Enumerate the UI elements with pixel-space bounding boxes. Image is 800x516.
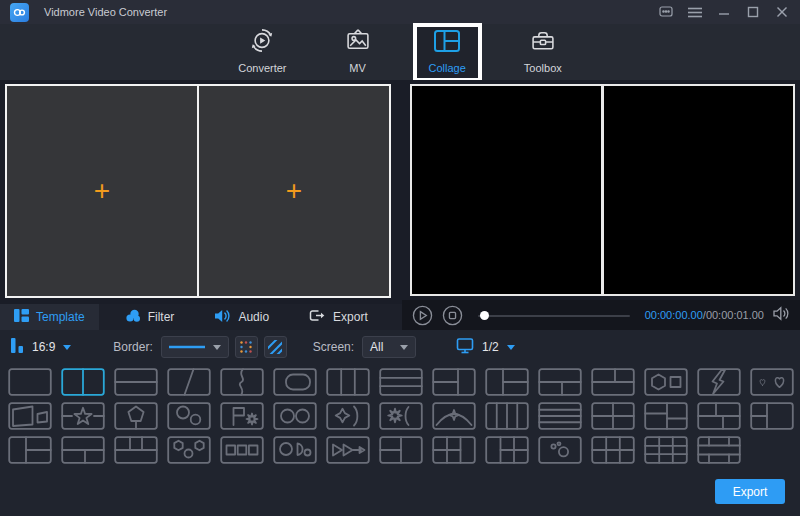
tab-filter[interactable]: Filter (111, 304, 189, 330)
template-stagger-v[interactable] (644, 402, 688, 430)
template-leftcol-right2[interactable] (8, 436, 52, 464)
template-circles2[interactable] (273, 402, 317, 430)
nav-label-mv: MV (349, 62, 366, 74)
template-rows4[interactable] (538, 402, 582, 430)
tab-label-template: Template (36, 310, 85, 324)
template-gridleft-rightcol[interactable] (432, 436, 476, 464)
nav-label-toolbox: Toolbox (524, 62, 562, 74)
border-label: Border: (113, 340, 152, 354)
border-style-dropdown[interactable] (161, 336, 229, 358)
template-clover-bracket[interactable] (326, 402, 370, 430)
total-time: 00:00:01.00 (706, 309, 764, 321)
template-dots[interactable] (538, 436, 582, 464)
template-flag-gear[interactable] (220, 402, 264, 430)
template-leftcol-right2[interactable] (485, 368, 529, 396)
export-button[interactable]: Export (715, 479, 785, 504)
template-frame-center[interactable] (697, 436, 741, 464)
template-cols4[interactable] (485, 402, 529, 430)
template-shapes3-diag[interactable] (167, 436, 211, 464)
nav-item-mv[interactable]: MV (329, 22, 387, 82)
preview-cell-2 (601, 86, 793, 294)
template-top-bottom2[interactable] (61, 436, 105, 464)
nav-item-converter[interactable]: Converter (222, 22, 302, 82)
chevron-down-icon (63, 345, 71, 350)
menu-icon[interactable] (685, 3, 705, 21)
tab-label-audio: Audio (238, 310, 269, 324)
template-panel: 16:9 Border: Screen: All (0, 330, 800, 516)
close-button[interactable] (772, 3, 792, 21)
filter-icon (125, 309, 141, 326)
template-row (8, 436, 800, 464)
add-video-plus-icon: + (94, 177, 110, 205)
audio-icon (214, 309, 231, 326)
screen-dropdown[interactable]: All (362, 336, 416, 358)
template-left2-rightcol[interactable] (432, 368, 476, 396)
template-top2-bottom[interactable] (591, 368, 635, 396)
toolbox-icon (530, 28, 556, 57)
template-left2-rightcol-md[interactable] (379, 436, 423, 464)
play-button[interactable] (412, 305, 433, 326)
collage-cell-1[interactable]: + (7, 86, 197, 296)
nav-item-toolbox[interactable]: Toolbox (508, 22, 578, 82)
screen-monitor-icon (456, 337, 474, 357)
template-curve[interactable] (220, 368, 264, 396)
add-video-plus-icon: + (286, 177, 302, 205)
template-top3-bottom[interactable] (114, 436, 158, 464)
template-hearts[interactable] (750, 368, 794, 396)
playback-controls: 00:00:00.00/00:00:01.00 (402, 300, 800, 330)
template-circles-diag[interactable] (167, 402, 211, 430)
current-time: 00:00:00.00 (645, 309, 703, 321)
converter-icon (249, 28, 275, 57)
template-cols2[interactable] (61, 368, 105, 396)
border-color-button[interactable] (235, 336, 258, 358)
template-circle-semi-dot[interactable] (273, 436, 317, 464)
template-leftcol-gridright[interactable] (485, 436, 529, 464)
template-grid2x2[interactable] (591, 402, 635, 430)
template-squares3[interactable] (220, 436, 264, 464)
progress-knob[interactable] (480, 311, 489, 320)
collage-cell-2[interactable]: + (197, 86, 389, 296)
template-cols3[interactable] (326, 368, 370, 396)
template-pager[interactable]: 1/2 (456, 337, 515, 357)
template-arch-sparkle[interactable] (432, 402, 476, 430)
template-pentagon-line[interactable] (114, 402, 158, 430)
aspect-ratio-dropdown[interactable]: 16:9 (10, 337, 71, 357)
collage-editor: + + (5, 84, 391, 298)
template-play-arrows[interactable] (326, 436, 370, 464)
template-grid3x3[interactable] (644, 436, 688, 464)
template-left2-rightcol-sm[interactable] (750, 402, 794, 430)
maximize-button[interactable] (743, 3, 763, 21)
template-round-inset[interactable] (273, 368, 317, 396)
tab-template[interactable]: Template (0, 304, 99, 330)
template-star-line[interactable] (61, 402, 105, 430)
volume-icon[interactable] (773, 306, 790, 325)
template-grid3x2[interactable] (591, 436, 635, 464)
minimize-button[interactable] (714, 3, 734, 21)
template-lightning[interactable] (697, 368, 741, 396)
tab-export[interactable]: Export (295, 304, 382, 330)
feedback-icon[interactable] (656, 3, 676, 21)
stop-button[interactable] (442, 305, 463, 326)
progress-track (478, 315, 630, 317)
nav-item-collage annotation-highlight-box[interactable]: Collage (413, 23, 482, 82)
time-display: 00:00:00.00/00:00:01.00 (645, 309, 764, 321)
template-diagonal[interactable] (167, 368, 211, 396)
template-trapezoids[interactable] (8, 402, 52, 430)
preview-panel: 00:00:00.00/00:00:01.00 (402, 80, 800, 330)
chevron-down-icon (213, 345, 221, 350)
template-rows3[interactable] (379, 368, 423, 396)
nav-label-collage: Collage (429, 62, 466, 74)
template-burst-bracket[interactable] (379, 402, 423, 430)
template-row (8, 402, 800, 430)
template-hex-square[interactable] (644, 368, 688, 396)
progress-slider[interactable] (478, 305, 630, 326)
template-toolbar: 16:9 Border: Screen: All (0, 330, 800, 364)
border-pattern-button[interactable] (264, 336, 287, 358)
template-top-bottom2[interactable] (538, 368, 582, 396)
pager-dropdown-icon (507, 345, 515, 350)
template-row (8, 368, 800, 396)
template-rows2[interactable] (114, 368, 158, 396)
template-stagger-h[interactable] (697, 402, 741, 430)
template-single[interactable] (8, 368, 52, 396)
tab-audio[interactable]: Audio (200, 304, 283, 330)
